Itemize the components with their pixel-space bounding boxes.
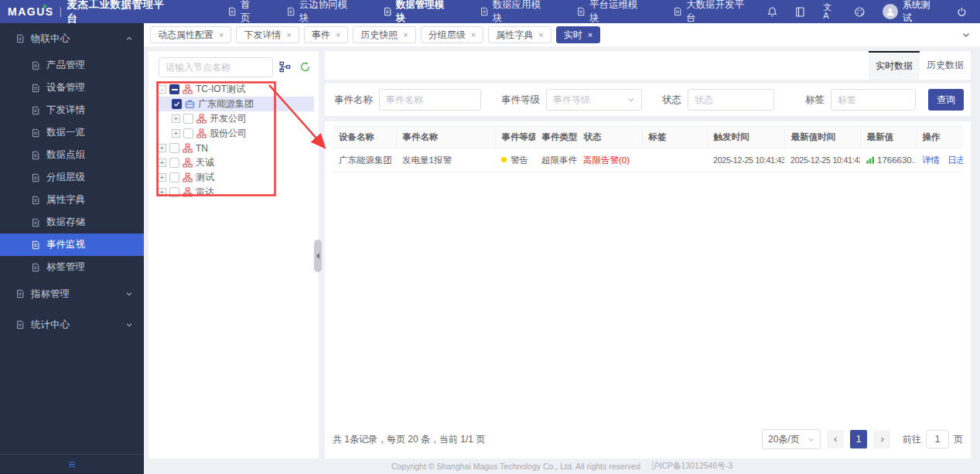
expand-node-icon[interactable]	[158, 188, 166, 196]
tab-attribute-dictionary[interactable]: 属性字典	[488, 26, 551, 43]
doc-icon	[31, 240, 40, 250]
cell-latest-time: 2025-12-25 10:41:43	[784, 148, 860, 172]
goto-page-input[interactable]	[926, 430, 949, 448]
close-icon[interactable]	[403, 31, 408, 39]
tree-node[interactable]: 股份公司	[156, 126, 314, 141]
tree-node[interactable]: TC-IOT测试	[156, 82, 314, 97]
expand-node-icon[interactable]	[158, 159, 166, 167]
sidebar-item-attribute-dictionary[interactable]: 属性字典	[0, 189, 144, 211]
sitemap-icon[interactable]	[279, 61, 291, 73]
checkbox-unchecked[interactable]	[169, 143, 179, 153]
detail-link[interactable]: 详情	[922, 155, 940, 165]
event-level-select[interactable]: 事件等级	[546, 89, 642, 111]
query-button[interactable]: 查询	[928, 89, 964, 111]
log-link[interactable]: 日志	[948, 155, 963, 165]
tree-toolbar	[279, 61, 311, 73]
expand-node-icon[interactable]	[158, 173, 166, 182]
sidebar-group-statistics-center[interactable]: 统计中心	[0, 309, 144, 340]
sidebar-item-data-point-group[interactable]: 数据点组	[0, 144, 144, 166]
sidebar-item-group-hierarchy[interactable]: 分组层级	[0, 166, 144, 189]
checkbox-unchecked[interactable]	[183, 114, 193, 124]
prev-page-button[interactable]	[827, 430, 844, 448]
sidebar-group-iot-center[interactable]: 物联中心	[0, 23, 144, 54]
close-icon[interactable]	[336, 31, 340, 39]
collapse-node-icon[interactable]	[158, 85, 166, 94]
expand-node-icon[interactable]	[172, 114, 180, 123]
tree-node[interactable]: 开发公司	[156, 111, 314, 126]
tab-history-snapshot[interactable]: 历史快照	[353, 26, 415, 43]
power-icon[interactable]	[956, 6, 968, 18]
filter-bar: 事件名称 事件等级 事件等级 状态 标签 查询	[325, 84, 971, 116]
tree-node[interactable]: 测试	[156, 170, 314, 185]
menu-item-data-management[interactable]: 数据管理模块	[370, 0, 466, 23]
tree-node-selected[interactable]: 广东能源集团	[156, 97, 314, 111]
expand-node-icon[interactable]	[172, 129, 180, 138]
next-page-button[interactable]	[873, 430, 890, 448]
sidebar-item-tag-management[interactable]: 标签管理	[0, 256, 144, 278]
sidebar-item-dispatch-details[interactable]: 下发详情	[0, 99, 144, 121]
cell-latest-value[interactable]: 1766630...	[860, 148, 916, 172]
checkbox-unchecked[interactable]	[183, 128, 193, 138]
tree-node[interactable]: 天诚	[156, 155, 314, 170]
org-icon	[183, 172, 193, 182]
table-row[interactable]: 广东能源集团 发电量1报警 警告 超限事件 高限告警(0) 2025-12-25…	[333, 148, 963, 172]
tab-realtime[interactable]: 实时	[556, 26, 600, 43]
tree-node[interactable]: TN	[156, 141, 314, 155]
bell-icon[interactable]	[767, 6, 778, 18]
expand-node-icon[interactable]	[158, 144, 166, 152]
close-icon[interactable]	[286, 31, 291, 39]
sidebar-item-device-management[interactable]: 设备管理	[0, 77, 144, 99]
cell-tag	[642, 148, 707, 172]
sidebar-collapse-button[interactable]	[0, 454, 144, 474]
close-icon[interactable]	[538, 31, 543, 39]
tab-events[interactable]: 事件	[304, 26, 348, 43]
close-icon[interactable]	[471, 31, 476, 39]
menu-item-cloud-edge[interactable]: 云边协同模块	[273, 0, 370, 23]
tree-node[interactable]: 雷达	[156, 185, 314, 199]
close-icon[interactable]	[219, 31, 224, 39]
panel-collapse-handle[interactable]	[314, 240, 322, 272]
page-size-select[interactable]: 20条/页	[762, 429, 821, 449]
tab-group-hierarchy[interactable]: 分组层级	[421, 26, 483, 43]
sidebar-item-data-storage[interactable]: 数据存储	[0, 211, 144, 234]
menu-item-platform-ops[interactable]: 平台运维模块	[563, 0, 660, 23]
chevron-down-icon[interactable]	[961, 30, 971, 39]
sidebar-item-event-monitor[interactable]: 事件监视	[0, 234, 144, 256]
translate-icon[interactable]	[823, 3, 837, 20]
username: 系统测试	[903, 0, 939, 25]
menu-item-bigdata-platform[interactable]: 大数据开发平台	[660, 0, 766, 23]
tab-history-data[interactable]: 历史数据	[920, 51, 971, 80]
current-page-button[interactable]: 1	[850, 430, 867, 448]
col-trigger-time: 触发时间	[707, 127, 784, 148]
signal-bars-icon	[866, 155, 875, 164]
status-input[interactable]	[688, 89, 774, 111]
sidebar-item-product-management[interactable]: 产品管理	[0, 54, 144, 77]
checkbox-indeterminate[interactable]	[169, 84, 179, 94]
node-search-input[interactable]	[159, 57, 273, 77]
pagination-controls: 20条/页 1 前往 页	[762, 429, 963, 449]
refresh-icon[interactable]	[299, 61, 311, 73]
content-area: TC-IOT测试 广东能源集团 开发公司 股份公司	[144, 46, 980, 474]
checkbox-unchecked[interactable]	[169, 187, 179, 197]
checkbox-unchecked[interactable]	[169, 158, 179, 168]
tree-node-label: TC-IOT测试	[196, 83, 245, 96]
checkbox-unchecked[interactable]	[169, 172, 179, 182]
theme-icon[interactable]	[854, 6, 866, 18]
log-icon[interactable]	[794, 6, 806, 18]
close-icon[interactable]	[588, 31, 592, 39]
org-icon	[183, 187, 193, 197]
user-menu[interactable]: 系统测试	[883, 0, 939, 25]
sidebar-group-indicator-management[interactable]: 指标管理	[0, 278, 144, 309]
table-header-row: 设备名称 事件名称 事件等级 事件类型 状态 标签 触发时间 最新值时间 最新值…	[333, 127, 963, 148]
event-name-input[interactable]	[379, 89, 481, 111]
checkbox-checked[interactable]	[172, 99, 182, 109]
tab-realtime-data[interactable]: 实时数据	[869, 51, 920, 80]
tab-dispatch-details[interactable]: 下发详情	[236, 26, 299, 43]
menu-item-home[interactable]: 首页	[214, 0, 273, 23]
menu-item-data-application[interactable]: 数据应用模块	[466, 0, 563, 23]
tree-node-label: 雷达	[196, 186, 214, 199]
tag-input[interactable]	[831, 89, 916, 111]
tab-dynamic-attribute-config[interactable]: 动态属性配置	[150, 26, 231, 43]
sidebar-group-label: 物联中心	[31, 32, 70, 46]
sidebar-item-data-overview[interactable]: 数据一览	[0, 121, 144, 144]
